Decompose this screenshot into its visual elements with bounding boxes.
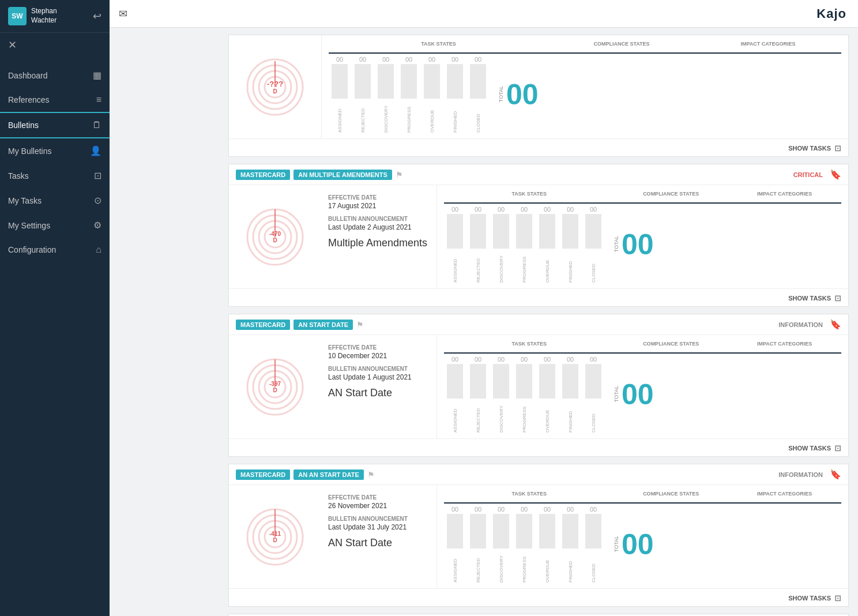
card-header-2: MASTERCARD AN START DATE ⚑ INFORMATION 🔖 (229, 314, 848, 335)
col-progress-1: 00 PROGRESS (513, 206, 535, 283)
bulletin-card-3: MASTERCARD AN AN START DATE ⚑ INFORMATIO… (228, 464, 849, 607)
impact-categories-group: IMPACT CATEGORIES (695, 41, 841, 49)
sidebar-item-references[interactable]: References ≡ (0, 88, 110, 113)
footer-2: SHOW TASKS ⊡ (229, 438, 848, 456)
show-tasks-button-3[interactable]: SHOW TASKS ⊡ (788, 594, 841, 603)
flag-icon-1[interactable]: ⚑ (396, 170, 403, 179)
col-rejected-1: 00 REJECTED (467, 206, 489, 283)
announcement-label-3: BULLETIN ANNOUNCEMENT (328, 516, 430, 522)
compliance-states-group: COMPLIANCE STATES (548, 41, 695, 49)
task-cols-1: 00 ASSIGNED 00 REJECTED 00 DISCOV (444, 206, 604, 283)
show-tasks-button-1[interactable]: SHOW TASKS ⊡ (788, 294, 841, 303)
card-header-1: MASTERCARD AN MULTIPLE AMENDMENTS ⚑ CRIT… (229, 164, 848, 185)
info-section-3: EFFECTIVE DATE 26 November 2021 BULLETIN… (321, 485, 436, 588)
settings-icon: ⚙ (93, 220, 101, 231)
col-rejected: 00 REJECTED (352, 56, 374, 133)
tasks-data-2: 00ASSIGNED 00REJECTED 00DISCOVERY 00PROG… (444, 352, 841, 433)
bulletins-icon: 🗒 (92, 120, 101, 130)
flag-icon-3[interactable]: ⚑ (367, 470, 375, 479)
tag-startdate-3: AN AN START DATE (293, 469, 364, 480)
radial-chart-1: -470 D (243, 205, 307, 269)
task-states-group: TASK STATES (329, 41, 548, 49)
col-discovery: 00 DISCOVERY (375, 56, 397, 133)
total-value-2: 00 (622, 380, 654, 409)
logout-icon[interactable]: ↩ (93, 10, 101, 22)
show-tasks-button-2[interactable]: SHOW TASKS ⊡ (788, 444, 841, 453)
show-tasks-icon-3: ⊡ (834, 594, 841, 603)
bulletin-tags-3: MASTERCARD AN AN START DATE ⚑ (236, 469, 375, 480)
sidebar-item-tasks[interactable]: Tasks ⊡ (0, 163, 110, 188)
topbar: ✉ Kajo (110, 0, 858, 28)
bookmark-icon-1[interactable]: 🔖 (830, 169, 841, 180)
total-display: TOTAL 00 (498, 56, 539, 133)
chart-label: -??? D (267, 80, 283, 95)
col-discovery-1: 00 DISCOVERY (490, 206, 512, 283)
announcement-label-2: BULLETIN ANNOUNCEMENT (328, 366, 430, 372)
chart-label-3: -411 D (269, 531, 281, 543)
bulletin-card-1: MASTERCARD AN MULTIPLE AMENDMENTS ⚑ CRIT… (228, 164, 849, 307)
compliance-header-1: COMPLIANCE STATES (614, 191, 728, 199)
bulletin-body-3: -411 D EFFECTIVE DATE 26 November 2021 B… (229, 485, 848, 588)
impact-categories-label: IMPACT CATEGORIES (695, 41, 841, 47)
tasks-headers-3: TASK STATES COMPLIANCE STATES IMPACT CAT… (444, 491, 841, 499)
sidebar-item-my-settings[interactable]: My Settings ⚙ (0, 213, 110, 238)
show-tasks-button[interactable]: SHOW TASKS ⊡ (788, 144, 841, 153)
col-assigned: 00 ASSIGNED (329, 56, 351, 133)
header-right-2: INFORMATION 🔖 (778, 319, 841, 330)
announcement-date-1: Last Update 2 August 2021 (328, 223, 430, 231)
task-states-label: TASK STATES (329, 41, 548, 47)
bookmark-icon-3[interactable]: 🔖 (830, 469, 841, 480)
chart-label-1: -470 D (269, 231, 281, 243)
bulletin-tags-1: MASTERCARD AN MULTIPLE AMENDMENTS ⚑ (236, 170, 403, 180)
effective-date-value-2: 10 December 2021 (328, 352, 430, 360)
sidebar-item-dashboard[interactable]: Dashboard ▦ (0, 63, 110, 88)
total-3: TOTAL 00 (614, 506, 654, 583)
sidebar-item-my-tasks[interactable]: My Tasks ⊙ (0, 188, 110, 213)
tag-mastercard-1: MASTERCARD (236, 170, 290, 180)
task-cols: 00 ASSIGNED 00 REJECTED 00 DISCOV (329, 56, 489, 133)
bulletin-title-1: Multiple Amendments (328, 237, 430, 249)
total-value-3: 00 (622, 530, 654, 559)
flag-icon-2[interactable]: ⚑ (356, 320, 364, 329)
compliance-states-label: COMPLIANCE STATES (548, 41, 695, 47)
chart-section-3: -411 D (229, 485, 321, 588)
total-1: TOTAL 00 (614, 206, 654, 283)
tag-amendment-1: AN MULTIPLE AMENDMENTS (293, 170, 392, 180)
task-states-header-1: TASK STATES (444, 191, 614, 199)
main-content: -??? D TASK STATES COMPLIANCE STATES IMP… (219, 28, 858, 616)
show-tasks-icon-2: ⊡ (834, 444, 841, 453)
bulletin-body: -??? D TASK STATES COMPLIANCE STATES IMP… (229, 35, 848, 138)
footer-1: SHOW TASKS ⊡ (229, 288, 848, 306)
mail-icon[interactable]: ✉ (119, 7, 127, 20)
my-tasks-icon: ⊙ (94, 195, 101, 206)
radial-chart-2: -397 D (243, 355, 307, 419)
close-icon[interactable]: ✕ (0, 33, 110, 57)
col-assigned-1: 00 ASSIGNED (444, 206, 466, 283)
col-overdue-1: 00 OVERDUE (536, 206, 558, 283)
sidebar-item-my-bulletins[interactable]: My Bulletins 👤 (0, 138, 110, 163)
announcement-label-1: BULLETIN ANNOUNCEMENT (328, 216, 430, 222)
username: Stephan Wachter (31, 7, 57, 25)
bulletin-title-2: AN Start Date (328, 387, 430, 399)
bulletin-card-2: MASTERCARD AN START DATE ⚑ INFORMATION 🔖 (228, 314, 849, 457)
tag-mastercard-2: MASTERCARD (236, 320, 290, 330)
announcement-date-2: Last Update 1 August 2021 (328, 373, 430, 381)
col-overdue: 00 OVERDUE (421, 56, 443, 133)
tasks-data-3: 00ASSIGNED 00REJECTED 00DISCOVERY 00PROG… (444, 502, 841, 583)
tasks-data-1: 00 ASSIGNED 00 REJECTED 00 DISCOV (444, 202, 841, 283)
sidebar-item-bulletins[interactable]: Bulletins 🗒 (0, 113, 110, 138)
tasks-section-3: TASK STATES COMPLIANCE STATES IMPACT CAT… (436, 485, 848, 588)
info-section-2: EFFECTIVE DATE 10 December 2021 BULLETIN… (321, 335, 436, 438)
effective-date-value-3: 26 November 2021 (328, 502, 430, 510)
header-right-1: CRITICAL 🔖 (793, 169, 841, 180)
bookmark-icon-2[interactable]: 🔖 (830, 319, 841, 330)
col-progress: 00 PROGRESS (398, 56, 420, 133)
effective-date-label-3: EFFECTIVE DATE (328, 494, 430, 501)
sidebar-nav: Dashboard ▦ References ≡ Bulletins 🗒 My … (0, 57, 110, 616)
tasks-headers-1: TASK STATES COMPLIANCE STATES IMPACT CAT… (444, 191, 841, 199)
tasks-icon: ⊡ (94, 170, 101, 181)
bulletin-tags-2: MASTERCARD AN START DATE ⚑ (236, 320, 364, 330)
footer-3: SHOW TASKS ⊡ (229, 588, 848, 606)
chart-section-2: -397 D (229, 335, 321, 438)
sidebar-item-configuration[interactable]: Configuration ⌂ (0, 238, 110, 262)
